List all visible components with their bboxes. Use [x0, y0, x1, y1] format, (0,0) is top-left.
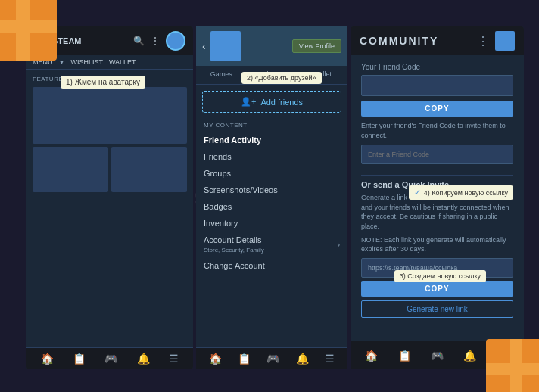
- community-header: COMMUNITY ⋮: [351, 26, 524, 55]
- friend-code-label: Your Friend Code: [361, 63, 513, 71]
- back-arrow-icon[interactable]: ‹: [202, 40, 206, 52]
- menu-item-label: Screenshots/Videos: [204, 185, 278, 194]
- my-content-label: MY CONTENT: [196, 119, 347, 132]
- enter-friend-code-input[interactable]: [361, 145, 513, 164]
- expire-note: NOTE: Each link you generate will automa…: [361, 235, 513, 254]
- nav-wishlist[interactable]: WISHLIST: [70, 58, 103, 66]
- bottom-nav-game[interactable]: 🎮: [266, 353, 279, 365]
- center-bottom-nav: 🏠 📋 🎮 🔔 ☰: [196, 347, 347, 369]
- annotation-3: 3) Создаем новую ссылку: [394, 270, 486, 282]
- profile-panel: ‹ View Profile 2) «Добавить друзей» Game…: [196, 26, 347, 369]
- checkmark-icon: ✓: [414, 188, 421, 198]
- menu-item-friends[interactable]: Friends: [196, 148, 347, 165]
- bottom-nav-bell[interactable]: 🔔: [296, 353, 309, 365]
- community-title: COMMUNITY: [360, 35, 438, 47]
- bottom-nav-home[interactable]: 🏠: [209, 353, 222, 365]
- nav-wallet[interactable]: WALLET: [109, 58, 136, 66]
- annotation-4: ✓ 4) Копируем новую ссылку: [409, 185, 513, 200]
- view-profile-button[interactable]: View Profile: [292, 39, 341, 53]
- menu-item-label: Friends: [204, 152, 232, 161]
- menu-item-badges[interactable]: Badges: [196, 198, 347, 215]
- invite-description: Enter your friend's Friend Code to invit…: [361, 121, 513, 140]
- menu-item-label: Change Account: [204, 261, 265, 270]
- community-more-icon[interactable]: ⋮: [477, 34, 489, 48]
- community-panel: COMMUNITY ⋮ Your Friend Code COPY Enter …: [351, 26, 524, 369]
- menu-item-account[interactable]: Account Details Store, Security, Family …: [196, 232, 347, 257]
- bottom-nav-list[interactable]: 📋: [73, 353, 86, 365]
- bottom-nav-list[interactable]: 📋: [398, 350, 411, 362]
- tab-wallet[interactable]: Wallet: [297, 66, 347, 84]
- menu-arrow-icon: ›: [338, 241, 340, 249]
- bottom-nav-bell[interactable]: 🔔: [463, 350, 476, 362]
- generate-link-button[interactable]: Generate new link: [361, 300, 513, 318]
- menu-item-label: Friend Activity: [204, 135, 261, 145]
- menu-item-friend-activity[interactable]: Friend Activity: [196, 132, 347, 148]
- bottom-nav-game[interactable]: 🎮: [431, 350, 444, 362]
- featured-item-2: [111, 147, 187, 192]
- community-avatar[interactable]: [495, 31, 515, 51]
- gift-decoration-left: [0, 0, 57, 61]
- header-icons: 🔍 ⋮: [132, 31, 185, 51]
- copy-link-button[interactable]: COPY: [361, 281, 513, 297]
- profile-tabs: Games Friends Wallet: [196, 66, 347, 85]
- featured-grid: [33, 87, 187, 192]
- left-bottom-nav: 🏠 📋 🎮 🔔 ☰: [26, 347, 193, 369]
- bottom-nav-bell[interactable]: 🔔: [137, 353, 150, 365]
- featured-item-main: [33, 87, 187, 144]
- nav-sep1: ▼: [59, 59, 65, 66]
- search-icon[interactable]: 🔍: [132, 35, 145, 47]
- more-icon[interactable]: ⋮: [149, 35, 161, 47]
- menu-item-label: Inventory: [204, 219, 238, 228]
- menu-item-label: Account Details Store, Security, Family: [204, 235, 264, 254]
- tab-friends[interactable]: Friends: [247, 66, 298, 84]
- bottom-nav-game[interactable]: 🎮: [104, 353, 117, 365]
- left-content: FEATURED & RECOMMENDED: [26, 70, 193, 198]
- menu-list: Friend Activity Friends Groups Screensho…: [196, 132, 347, 274]
- add-friends-button[interactable]: 👤+ Add friends: [202, 91, 341, 113]
- menu-item-label: Groups: [204, 169, 231, 178]
- bottom-nav-menu[interactable]: ☰: [325, 353, 335, 365]
- avatar[interactable]: [166, 31, 185, 51]
- add-friends-label: Add friends: [260, 98, 303, 107]
- add-friends-icon: 👤+: [241, 97, 256, 107]
- profile-header: ‹ View Profile: [196, 26, 347, 66]
- featured-label: FEATURED & RECOMMENDED: [33, 76, 187, 82]
- tab-games[interactable]: Games: [196, 66, 247, 84]
- bottom-nav-menu[interactable]: ☰: [169, 353, 179, 365]
- menu-item-inventory[interactable]: Inventory: [196, 215, 347, 232]
- community-header-right: ⋮: [477, 31, 515, 51]
- copy-friend-code-button[interactable]: COPY: [361, 101, 513, 117]
- annotation-4-text: 4) Копируем новую ссылку: [424, 189, 508, 197]
- gift-decoration-right: [486, 339, 539, 392]
- menu-item-label: Badges: [204, 202, 232, 211]
- featured-item-1: [33, 147, 108, 192]
- menu-item-screenshots[interactable]: Screenshots/Videos: [196, 182, 347, 198]
- profile-avatar: [210, 31, 241, 61]
- bottom-nav-home[interactable]: 🏠: [365, 350, 378, 362]
- friend-code-input[interactable]: [361, 75, 513, 96]
- menu-item-change-account[interactable]: Change Account: [196, 257, 347, 274]
- bottom-nav-list[interactable]: 📋: [238, 353, 251, 365]
- bottom-nav-home[interactable]: 🏠: [41, 353, 54, 365]
- menu-item-groups[interactable]: Groups: [196, 165, 347, 182]
- divider: [361, 175, 513, 176]
- steam-client-panel: STEAM 🔍 ⋮ 1) Жмем на аватарку MENU ▼ WIS…: [26, 26, 193, 369]
